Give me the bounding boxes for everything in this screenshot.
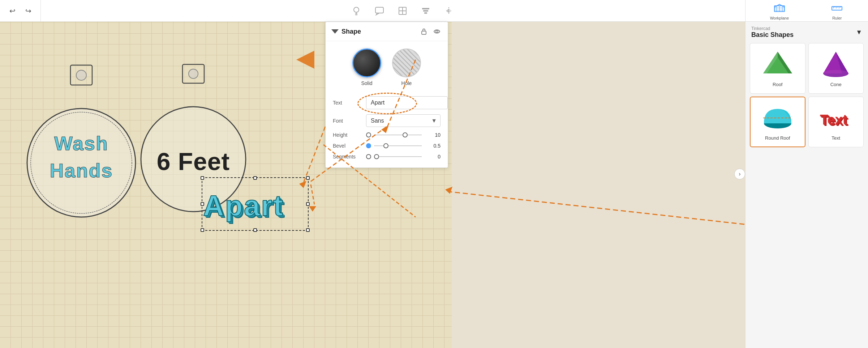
shape-card-cone[interactable]: Cone (808, 43, 864, 94)
solid-circle (352, 48, 381, 77)
bevel-slider-track (374, 145, 422, 146)
ruler-button[interactable]: Ruler (825, 0, 849, 23)
shape-card-roof[interactable]: Roof (750, 43, 805, 94)
segments-field-row: Segments 0 (333, 154, 441, 160)
svg-text:Wash: Wash (54, 132, 108, 154)
ruler-label: Ruler (832, 16, 842, 20)
toolbar-left: ↩ ↪ (0, 0, 41, 21)
svg-point-59 (823, 70, 848, 77)
text-input[interactable] (366, 96, 448, 109)
hole-label: Hole (401, 80, 412, 86)
right-panel-toolbar: Workplane Ruler (745, 0, 868, 22)
panel-chevron[interactable]: › (734, 169, 745, 179)
apart-text-object[interactable]: Apart Apart Apart Apart Apart (202, 177, 311, 232)
segments-slider-track (374, 156, 422, 157)
shape-panel: Shape Solid Hole (325, 22, 448, 168)
svg-text:Hands: Hands (50, 160, 113, 181)
workplane-label: Workplane (770, 16, 789, 20)
shapes-library-info: Tinkercad Basic Shapes (751, 26, 794, 39)
svg-rect-8 (399, 11, 403, 14)
wash-hands-object[interactable]: Wash Hands (22, 58, 145, 246)
svg-rect-5 (399, 7, 403, 11)
svg-rect-10 (423, 10, 428, 12)
group-icon[interactable] (395, 4, 410, 18)
shapes-library: Tinkercad Basic Shapes ▼ Roof (745, 22, 868, 152)
segments-value: 0 (426, 154, 441, 160)
shape-panel-icons (419, 26, 442, 37)
segments-slider-thumb[interactable] (374, 154, 379, 159)
svg-line-27 (311, 184, 314, 204)
slider-thumb[interactable] (403, 132, 408, 137)
solid-label: Solid (361, 80, 372, 86)
segments-label: Segments (333, 154, 362, 160)
text-field-row: Text (333, 96, 441, 109)
mirror-icon[interactable] (442, 4, 456, 18)
svg-point-0 (354, 7, 359, 12)
font-field-row: Font Sans Serif Mono ▼ (333, 114, 441, 127)
svg-point-13 (76, 70, 86, 80)
cone-shape-label: Cone (830, 82, 842, 87)
round-roof-shape-label: Round Roof (765, 135, 790, 141)
library-dropdown-icon[interactable]: ▼ (856, 29, 862, 36)
shape-panel-collapse-btn[interactable] (331, 29, 339, 34)
height-slider[interactable] (366, 132, 422, 137)
hole-circle (392, 48, 421, 77)
svg-text:Text: Text (820, 112, 847, 127)
height-label: Height (333, 132, 362, 138)
svg-rect-7 (403, 7, 406, 11)
font-select-container: Sans Serif Mono ▼ (366, 114, 441, 127)
workplane-button[interactable]: Workplane (764, 0, 795, 23)
shape-panel-title: Shape (341, 28, 416, 35)
bevel-slider-marker (366, 143, 371, 148)
text-shape-label: Text (832, 135, 840, 141)
bevel-value: 0.5 (426, 143, 441, 149)
bevel-slider[interactable] (366, 143, 422, 148)
svg-point-31 (436, 30, 438, 33)
shapes-library-header: Tinkercad Basic Shapes ▼ (750, 26, 864, 39)
shape-card-text[interactable]: Text Text Text Text (808, 97, 864, 147)
form-section: Text Font Sans Serif Mono ▼ Height (326, 93, 448, 167)
redo-button[interactable]: ↪ (22, 4, 35, 17)
toolbar-center (41, 4, 764, 18)
roof-shape-label: Roof (773, 82, 782, 87)
align-icon[interactable] (418, 4, 433, 18)
bevel-field-row: Bevel 0.5 (333, 143, 441, 149)
font-select[interactable]: Sans Serif Mono (366, 114, 441, 127)
shape-panel-header: Shape (326, 22, 448, 41)
svg-rect-6 (403, 11, 406, 14)
slider-track (374, 135, 422, 135)
svg-text:6 Feet: 6 Feet (157, 148, 230, 175)
font-label: Font (333, 118, 362, 124)
svg-rect-4 (375, 7, 383, 13)
brand-label: Tinkercad (751, 26, 794, 31)
segments-slider[interactable] (366, 154, 422, 159)
right-panel: Workplane Ruler Tinkercad Basic Shapes ▼ (745, 0, 868, 348)
light-bulb-icon[interactable] (349, 4, 364, 18)
svg-point-19 (189, 69, 198, 78)
undo-button[interactable]: ↩ (6, 4, 19, 17)
comment-icon[interactable] (372, 4, 387, 18)
svg-line-37 (450, 192, 744, 224)
segments-slider-marker (366, 154, 371, 159)
height-value: 10 (426, 132, 441, 138)
solid-option[interactable]: Solid (352, 48, 381, 86)
solid-hole-section: Solid Hole (326, 41, 448, 93)
shapes-grid: Roof Cone (750, 43, 864, 147)
svg-rect-11 (424, 12, 427, 14)
bevel-label: Bevel (333, 143, 362, 149)
slider-handle (366, 132, 371, 137)
library-title: Basic Shapes (751, 31, 794, 39)
text-field-label: Text (333, 100, 362, 106)
height-field-row: Height 10 (333, 132, 441, 138)
svg-rect-9 (422, 8, 429, 9)
svg-rect-30 (422, 31, 426, 34)
svg-text:Apart: Apart (203, 190, 284, 222)
visibility-icon[interactable] (432, 26, 442, 37)
main-toolbar: ↩ ↪ (0, 0, 868, 22)
shape-card-round-roof[interactable]: Round Roof (750, 97, 805, 147)
lock-icon[interactable] (419, 26, 429, 37)
bevel-slider-thumb[interactable] (383, 143, 388, 148)
hole-option[interactable]: Hole (392, 48, 421, 86)
